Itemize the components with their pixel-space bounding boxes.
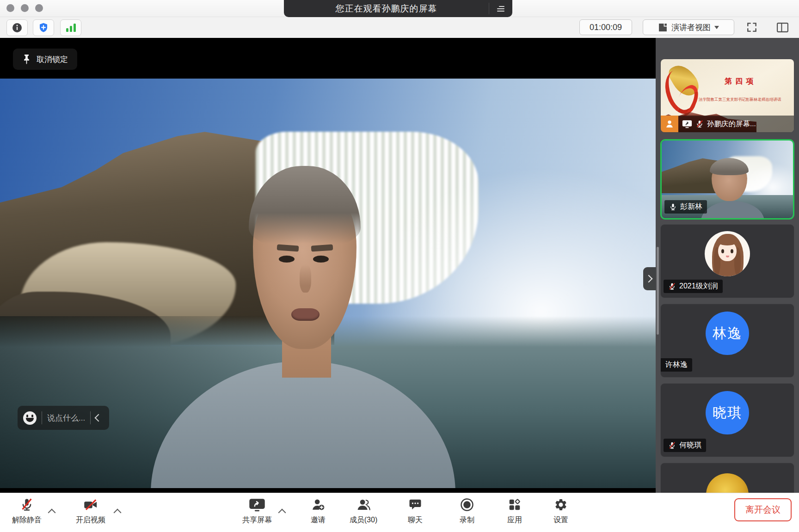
participants-button[interactable]: 成员(30) xyxy=(341,497,386,525)
unmute-label: 解除静音 xyxy=(12,515,42,525)
meeting-info-button[interactable] xyxy=(6,19,28,36)
side-by-side-button[interactable] xyxy=(772,19,793,35)
emoji-icon[interactable] xyxy=(23,411,37,425)
camera-off-icon xyxy=(83,498,98,512)
share-options-chevron[interactable] xyxy=(278,509,286,517)
view-mode-button[interactable]: 演讲者视图 xyxy=(643,19,734,35)
fullscreen-button[interactable] xyxy=(742,19,762,35)
muted-mic-icon xyxy=(668,441,676,449)
participant-tile-active-speaker[interactable]: 彭新林 xyxy=(660,139,794,220)
video-options-chevron[interactable] xyxy=(114,509,122,517)
minimize-window-button[interactable] xyxy=(21,4,29,12)
participant-tile[interactable]: 2021级刘润 xyxy=(660,224,794,298)
participant-name: 孙鹏庆的屏幕... xyxy=(707,119,756,129)
security-shield-icon xyxy=(38,22,49,33)
participants-sidebar: 第四项 法学院教工第三党支部书记彭新林老师总结讲话 xyxy=(656,38,799,493)
participant-tile-partial[interactable] xyxy=(660,463,794,493)
maximize-window-button[interactable] xyxy=(35,4,43,12)
muted-mic-icon xyxy=(668,282,676,290)
meeting-top-toolbar: 01:00:09 演讲者视图 xyxy=(0,17,799,38)
share-screen-icon xyxy=(249,497,265,512)
connection-stats-icon xyxy=(66,24,76,32)
participant-name: 何晓琪 xyxy=(679,440,701,450)
macos-titlebar: 您正在观看孙鹏庆的屏幕 xyxy=(0,0,799,17)
participant-name-chip: 2021级刘润 xyxy=(664,280,723,293)
slide-title: 第四项 xyxy=(690,77,791,86)
chatbar-divider xyxy=(42,411,42,424)
participant-name: 彭新林 xyxy=(680,202,702,212)
participant-name-chip: 彭新林 xyxy=(664,200,707,214)
settings-button[interactable]: 设置 xyxy=(539,497,583,525)
screen-share-icon xyxy=(682,120,692,128)
sidebar-scrollbar[interactable] xyxy=(657,247,659,335)
screen-watch-banner: 您正在观看孙鹏庆的屏幕 xyxy=(284,0,512,17)
apps-label: 应用 xyxy=(507,515,522,525)
start-video-button[interactable]: 开启视频 xyxy=(68,497,113,525)
screen-share-label-strip: 孙鹏庆的屏幕... xyxy=(661,116,794,132)
participant-name: 许林逸 xyxy=(665,360,688,370)
chat-label: 聊天 xyxy=(408,515,423,525)
audio-options-chevron[interactable] xyxy=(48,509,56,517)
apps-icon xyxy=(508,498,522,512)
side-by-side-icon xyxy=(776,22,789,33)
muted-mic-icon xyxy=(20,498,34,512)
participant-avatar xyxy=(705,231,750,276)
participant-avatar xyxy=(706,473,749,493)
record-button[interactable]: 录制 xyxy=(445,497,489,525)
slide-subtitle: 法学院教工第三党支部书记彭新林老师总结讲话 xyxy=(688,97,793,103)
participant-name-chip: 何晓琪 xyxy=(664,439,706,452)
invite-label: 邀请 xyxy=(311,515,326,525)
participant-tile-screen-share[interactable]: 第四项 法学院教工第三党支部书记彭新林老师总结讲话 xyxy=(660,59,794,133)
participant-tile[interactable]: 晓琪 何晓琪 xyxy=(660,383,794,457)
start-video-label: 开启视频 xyxy=(76,515,105,525)
apps-button[interactable]: 应用 xyxy=(492,497,537,525)
banner-options-button[interactable] xyxy=(489,0,512,17)
share-screen-button[interactable]: 共享屏幕 xyxy=(235,497,279,525)
settings-label: 设置 xyxy=(553,515,568,525)
quick-chat-bar: 说点什么... xyxy=(18,406,109,430)
participant-avatar-initials: 晓琪 xyxy=(706,391,749,434)
unmute-button[interactable]: 解除静音 xyxy=(5,497,49,525)
fullscreen-icon xyxy=(746,21,758,33)
chatbar-divider xyxy=(90,411,91,424)
sidebar-collapse-handle[interactable] xyxy=(643,267,656,290)
chat-bubble-icon xyxy=(408,498,422,512)
chat-button[interactable]: 聊天 xyxy=(393,497,437,525)
screen-watch-banner-text: 您正在观看孙鹏庆的屏幕 xyxy=(284,0,489,17)
meeting-control-bar: 解除静音 开启视频 共享屏幕 xyxy=(0,493,799,532)
participants-icon xyxy=(356,498,371,512)
record-label: 录制 xyxy=(460,515,474,525)
connection-stats-button[interactable] xyxy=(60,19,81,36)
chat-input[interactable]: 说点什么... xyxy=(47,413,85,423)
main-video-area: 取消锁定 说点什么... xyxy=(0,38,656,493)
unpin-button[interactable]: 取消锁定 xyxy=(13,49,77,70)
participant-tile[interactable]: 林逸 许林逸 xyxy=(660,304,794,378)
zoom-meeting-window: 您正在观看孙鹏庆的屏幕 01:00:09 xyxy=(0,0,799,532)
unpin-label: 取消锁定 xyxy=(37,54,68,65)
leave-meeting-button[interactable]: 离开会议 xyxy=(734,498,792,521)
person-icon xyxy=(664,119,675,129)
share-screen-label: 共享屏幕 xyxy=(242,515,272,525)
view-mode-label: 演讲者视图 xyxy=(671,22,711,33)
security-button[interactable] xyxy=(33,19,54,36)
info-icon xyxy=(12,22,23,33)
speaker-view-layout-icon xyxy=(658,23,668,32)
participants-label: 成员(30) xyxy=(350,515,377,525)
gear-icon xyxy=(554,498,568,512)
participant-name-chip: 许林逸 xyxy=(661,358,692,372)
participant-avatar-initials: 林逸 xyxy=(706,312,749,355)
muted-mic-icon xyxy=(695,120,704,128)
collapse-chatbar-icon[interactable] xyxy=(95,414,103,422)
sharer-avatar xyxy=(661,116,678,132)
record-icon xyxy=(460,498,474,512)
list-icon xyxy=(497,6,504,12)
mic-on-icon xyxy=(669,203,677,211)
chevron-down-icon xyxy=(714,26,719,31)
invite-person-icon xyxy=(311,498,326,512)
close-window-button[interactable] xyxy=(6,4,14,12)
meeting-timer: 01:00:09 xyxy=(579,19,632,35)
participant-name: 2021级刘润 xyxy=(679,281,718,291)
pin-icon xyxy=(22,54,31,64)
invite-button[interactable]: 邀请 xyxy=(296,497,340,525)
chevron-right-icon xyxy=(645,275,652,283)
